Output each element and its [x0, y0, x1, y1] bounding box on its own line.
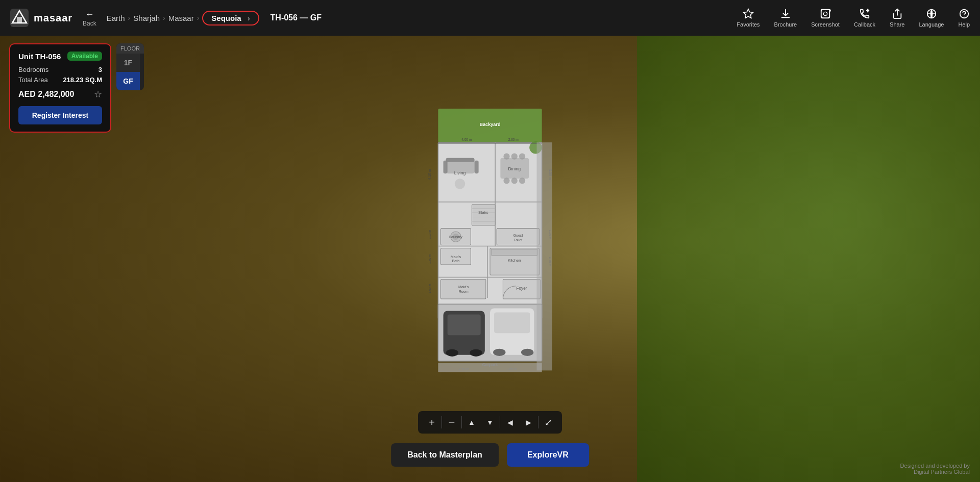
favorites-action[interactable]: Favorites	[737, 8, 760, 28]
back-arrow-icon: ←	[85, 9, 94, 20]
svg-rect-69	[448, 314, 481, 335]
logo-icon	[10, 9, 29, 27]
help-label: Help	[958, 21, 970, 28]
svg-rect-2	[17, 17, 22, 23]
svg-rect-19	[444, 160, 448, 173]
svg-rect-42	[440, 279, 485, 299]
favorite-icon[interactable]: ☆	[94, 89, 102, 100]
svg-text:Room: Room	[459, 289, 469, 293]
svg-text:1.60 m: 1.60 m	[428, 254, 431, 264]
brochure-action[interactable]: Brochure	[774, 8, 797, 28]
pan-left-button[interactable]: ◀	[501, 414, 519, 431]
svg-point-7	[964, 16, 964, 16]
screenshot-icon	[820, 8, 831, 19]
bottom-actions: Back to Masterplan ExploreVR	[391, 443, 589, 467]
callback-action[interactable]: Callback	[854, 8, 875, 28]
svg-text:Stairs: Stairs	[478, 210, 488, 215]
svg-rect-79	[438, 363, 542, 372]
svg-text:Foyer: Foyer	[517, 286, 527, 290]
price-row: AED 2,482,000 ☆	[18, 89, 102, 100]
navbar: masaar ← Back Earth › Sharjah › Masaar ›…	[0, 0, 980, 36]
svg-point-70	[446, 349, 458, 356]
breadcrumb-earth[interactable]: Earth	[107, 14, 125, 22]
star-icon	[743, 8, 754, 19]
pan-up-button[interactable]: ▲	[463, 414, 480, 431]
svg-text:Maid's: Maid's	[451, 255, 461, 259]
svg-point-4	[823, 12, 827, 15]
sep-2: ›	[163, 14, 165, 22]
share-action[interactable]: Share	[890, 8, 904, 28]
unit-card: Unit TH-056 Available Bedrooms 3 Total A…	[9, 43, 111, 133]
svg-point-21	[455, 179, 465, 189]
area-row: Total Area 218.23 SQ.M	[18, 76, 102, 84]
svg-point-23	[503, 153, 509, 159]
svg-rect-30	[472, 205, 495, 225]
svg-rect-20	[475, 160, 479, 173]
back-to-masterplan-button[interactable]: Back to Masterplan	[391, 443, 499, 467]
language-label: Language	[919, 21, 944, 28]
share-icon	[892, 8, 903, 19]
callback-icon	[859, 8, 870, 19]
footer-credit: Designed and developed by Digital Partne…	[900, 463, 970, 475]
navbar-actions: Favorites Brochure Screenshot Callback S…	[737, 8, 970, 28]
back-label: Back	[83, 20, 96, 27]
pan-right-button[interactable]: ▶	[520, 414, 537, 431]
breadcrumb-masaar[interactable]: Masaar	[168, 14, 194, 22]
svg-text:Laundry: Laundry	[449, 235, 462, 239]
area-label: Total Area	[18, 76, 48, 84]
explore-vr-button[interactable]: ExploreVR	[507, 443, 589, 467]
svg-rect-3	[821, 10, 830, 18]
svg-rect-73	[494, 312, 530, 333]
floor-1f-button[interactable]: 1F	[116, 54, 140, 72]
price-text: AED 2,482,000	[18, 90, 74, 99]
svg-text:Kitchen: Kitchen	[508, 258, 521, 262]
svg-point-26	[503, 177, 509, 184]
svg-text:Living: Living	[454, 170, 466, 175]
help-icon	[959, 8, 970, 19]
zoom-out-button[interactable]: −	[443, 414, 460, 431]
bedrooms-row: Bedrooms 3	[18, 66, 102, 73]
svg-text:4.00 m: 4.00 m	[461, 138, 472, 141]
svg-text:Guest: Guest	[513, 234, 523, 238]
svg-rect-18	[446, 158, 475, 162]
breadcrumb-sequoia[interactable]: Sequoia ›	[202, 11, 259, 26]
breadcrumb: Earth › Sharjah › Masaar › Sequoia › TH-…	[107, 11, 737, 26]
zoom-in-button[interactable]: +	[423, 414, 440, 431]
back-button[interactable]: ← Back	[83, 9, 96, 27]
svg-text:2.60 m: 2.60 m	[508, 138, 519, 141]
fullscreen-button[interactable]: ⤢	[540, 414, 557, 431]
share-label: Share	[890, 21, 904, 28]
help-action[interactable]: Help	[958, 8, 970, 28]
floor-gf-button[interactable]: GF	[116, 72, 140, 90]
brochure-label: Brochure	[774, 21, 797, 28]
floorplan-svg[interactable]: Backyard	[413, 106, 567, 422]
svg-text:Toilet: Toilet	[514, 238, 523, 242]
breadcrumb-sharjah[interactable]: Sharjah	[133, 14, 160, 22]
sep-1: ›	[128, 14, 131, 22]
screenshot-label: Screenshot	[811, 21, 840, 28]
svg-point-74	[493, 348, 505, 356]
pan-down-button[interactable]: ▼	[481, 414, 499, 431]
svg-point-24	[511, 153, 518, 159]
register-interest-button[interactable]: Register Interest	[18, 106, 102, 124]
language-action[interactable]: Language	[919, 8, 944, 28]
status-badge: Available	[67, 52, 102, 61]
download-icon	[780, 8, 791, 19]
svg-point-27	[511, 177, 518, 184]
svg-text:Bath: Bath	[452, 259, 460, 263]
svg-text:Backyard: Backyard	[479, 121, 500, 126]
app-name: masaar	[34, 12, 72, 24]
globe-icon	[926, 8, 937, 19]
footer-line1: Designed and developed by	[900, 463, 970, 469]
bedrooms-value: 3	[99, 66, 102, 73]
sep-3: ›	[197, 14, 200, 22]
svg-point-28	[519, 177, 525, 184]
screenshot-action[interactable]: Screenshot	[811, 8, 840, 28]
svg-text:2.10 m: 2.10 m	[428, 230, 431, 239]
callback-label: Callback	[854, 21, 875, 28]
svg-text:Maid's: Maid's	[458, 285, 469, 289]
floor-label: FLOOR	[116, 43, 144, 54]
svg-point-25	[519, 153, 525, 159]
unit-title: TH-056 — GF	[271, 13, 322, 22]
area-value: 218.23 SQ.M	[63, 76, 102, 84]
